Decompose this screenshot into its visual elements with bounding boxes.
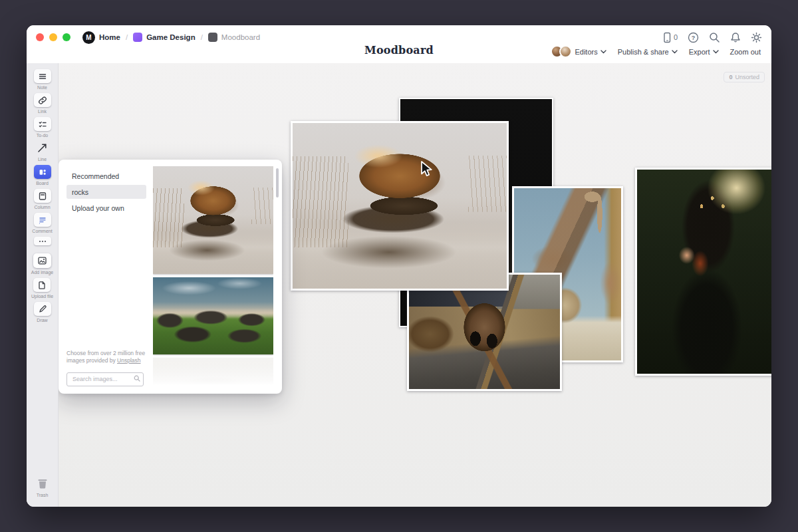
- balancing-rock-photo: [293, 123, 507, 289]
- titlebar-actions: 0 ?: [662, 32, 762, 43]
- breadcrumb-label: Home: [99, 33, 120, 41]
- menu-item-label: Recommended: [72, 172, 119, 180]
- boulder-field-thumb: [153, 277, 273, 354]
- device-sync-button[interactable]: 0: [662, 32, 678, 43]
- tool-label: Line: [38, 157, 47, 162]
- column-icon: [38, 192, 47, 201]
- add-image-icon: [37, 256, 47, 265]
- editors-label: Editors: [575, 48, 597, 56]
- sidebar-item-draw[interactable]: Draw: [34, 302, 51, 323]
- sidebar-item-note[interactable]: Note: [34, 69, 51, 90]
- export-label: Export: [689, 48, 710, 56]
- search-icon[interactable]: [709, 32, 720, 43]
- note-icon: [38, 72, 47, 81]
- tool-label: Note: [37, 85, 47, 90]
- app-window: M Home / Game Design / Moodboard 0: [27, 25, 771, 507]
- editor-avatars: [551, 45, 572, 58]
- publish-share-button[interactable]: Publish & share: [618, 48, 678, 56]
- canvas-image-rock[interactable]: [291, 121, 509, 291]
- zoom-out-button[interactable]: Zoom out: [730, 48, 761, 56]
- chevron-down-icon: [713, 50, 719, 54]
- device-count: 0: [674, 33, 678, 41]
- settings-gear-icon[interactable]: [751, 32, 762, 43]
- breadcrumb-game-design[interactable]: Game Design: [133, 33, 196, 42]
- board-icon-purple: [133, 33, 142, 42]
- sidebar-item-column[interactable]: Column: [34, 189, 51, 209]
- breadcrumb-label: Moodboard: [221, 33, 260, 41]
- sidebar-item-todo[interactable]: To-do: [34, 117, 51, 138]
- sidebar-item-upload-file[interactable]: Upload file: [31, 278, 53, 299]
- unsorted-badge[interactable]: 0 Unsorted: [724, 72, 765, 82]
- popup-scrollbar[interactable]: [276, 168, 279, 198]
- menu-item-recommended[interactable]: Recommended: [66, 169, 146, 183]
- menu-item-rocks[interactable]: rocks: [66, 185, 146, 199]
- menu-item-label: rocks: [72, 188, 88, 196]
- sidebar-item-line[interactable]: Line: [34, 141, 51, 162]
- traffic-lights: [36, 33, 70, 41]
- search-images-input[interactable]: [66, 372, 144, 386]
- feather-headdress-woman-photo: [637, 170, 771, 374]
- canvas-image-woman[interactable]: [635, 168, 771, 376]
- header-actions: Editors Publish & share Export Zoom out: [551, 45, 761, 58]
- upload-file-icon: [37, 281, 47, 290]
- trash-icon: [35, 476, 50, 491]
- tool-label: Column: [34, 205, 50, 209]
- unsorted-label: Unsorted: [735, 74, 759, 80]
- svg-text:?: ?: [692, 35, 696, 41]
- chevron-down-icon: [600, 50, 606, 54]
- sidebar-item-link[interactable]: Link: [34, 93, 51, 114]
- breadcrumb-label: Game Design: [146, 33, 196, 41]
- breadcrumb-home[interactable]: M Home: [82, 31, 120, 44]
- notifications-bell-icon[interactable]: [730, 32, 741, 43]
- draw-pencil-icon: [38, 305, 47, 314]
- breadcrumb-separator: /: [201, 33, 203, 41]
- close-button[interactable]: [36, 33, 44, 41]
- viking-helmet-photo: [409, 275, 560, 389]
- popup-menu: Recommended rocks Upload your own: [66, 169, 146, 217]
- line-arrow-icon: [37, 142, 48, 154]
- zoom-out-label: Zoom out: [730, 48, 761, 56]
- image-result-rock[interactable]: [153, 166, 273, 274]
- maximize-button[interactable]: [63, 33, 70, 41]
- menu-item-upload-your-own[interactable]: Upload your own: [66, 201, 146, 215]
- tool-label: Add image: [31, 270, 53, 275]
- board-icon: [38, 168, 47, 177]
- unsorted-count: 0: [729, 74, 732, 80]
- tool-label: To-do: [37, 133, 49, 138]
- link-icon: [38, 96, 47, 105]
- sidebar-item-board[interactable]: Board: [34, 165, 51, 186]
- thumb-fade-overlay: [153, 359, 273, 390]
- search-icon: [134, 375, 140, 382]
- popup-footer-text: Choose from over 2 million free images p…: [66, 350, 150, 364]
- sidebar-item-add-image[interactable]: Add image: [31, 253, 53, 275]
- publish-share-label: Publish & share: [618, 48, 669, 56]
- breadcrumb: M Home / Game Design / Moodboard: [82, 31, 260, 44]
- image-search: [66, 372, 144, 386]
- image-result-boulder-field[interactable]: [153, 277, 273, 354]
- sidebar-item-comment[interactable]: Comment: [32, 213, 52, 233]
- tool-label: Link: [38, 109, 47, 114]
- breadcrumb-separator: /: [126, 33, 128, 41]
- main-area: Note Link To-do Line Board Column: [27, 63, 771, 507]
- menu-item-label: Upload your own: [72, 204, 124, 212]
- milanote-logo-icon: M: [82, 31, 95, 44]
- comment-icon: [38, 215, 47, 225]
- board-canvas[interactable]: 0 Unsorted: [59, 63, 771, 507]
- tool-label: Comment: [32, 229, 52, 233]
- editors-dropdown[interactable]: Editors: [551, 45, 606, 58]
- minimize-button[interactable]: [49, 33, 57, 41]
- board-icon-gray: [208, 33, 217, 42]
- help-icon[interactable]: ?: [688, 32, 699, 43]
- avatar: [559, 45, 572, 58]
- todo-icon: [38, 120, 47, 129]
- export-button[interactable]: Export: [689, 48, 719, 56]
- tool-sidebar: Note Link To-do Line Board Column: [27, 63, 59, 507]
- trash-dropzone[interactable]: Trash: [35, 476, 50, 497]
- titlebar: M Home / Game Design / Moodboard 0: [36, 30, 762, 45]
- image-results-list: [153, 165, 273, 390]
- tool-label: Draw: [37, 318, 47, 323]
- breadcrumb-moodboard[interactable]: Moodboard: [208, 33, 260, 42]
- more-tools-button[interactable]: [34, 237, 51, 245]
- unsplash-link[interactable]: Unsplash: [117, 357, 140, 364]
- desktop: { "topbar": { "breadcrumb": [ { "label":…: [0, 0, 798, 532]
